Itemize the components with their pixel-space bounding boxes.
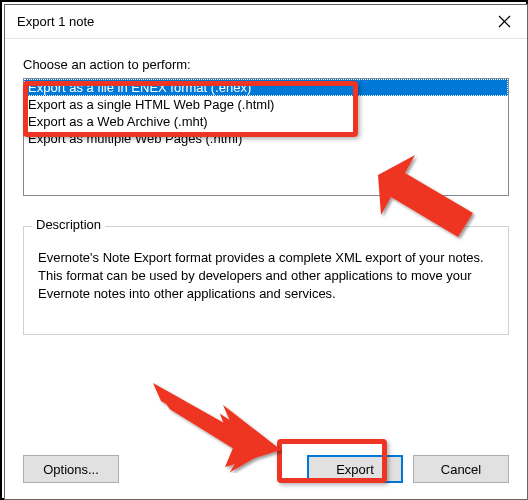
window-title: Export 1 note xyxy=(17,14,94,29)
export-dialog: Export 1 note Choose an action to perfor… xyxy=(4,4,528,500)
options-button[interactable]: Options... xyxy=(23,455,119,483)
action-listbox[interactable]: Export as a file in ENEX format (.enex) … xyxy=(23,78,509,196)
titlebar: Export 1 note xyxy=(5,5,527,39)
list-item[interactable]: Export as multiple Web Pages (.html) xyxy=(24,130,508,147)
cancel-button[interactable]: Cancel xyxy=(413,455,509,483)
description-label: Description xyxy=(32,217,105,232)
export-button[interactable]: Export xyxy=(307,455,403,483)
list-item[interactable]: Export as a single HTML Web Page (.html) xyxy=(24,96,508,113)
button-row: Options... Export Cancel xyxy=(23,455,509,483)
list-item[interactable]: Export as a Web Archive (.mht) xyxy=(24,113,508,130)
list-item[interactable]: Export as a file in ENEX format (.enex) xyxy=(24,79,508,96)
close-button[interactable] xyxy=(481,5,527,39)
action-label: Choose an action to perform: xyxy=(23,57,509,72)
description-text: Evernote's Note Export format provides a… xyxy=(38,249,494,304)
close-icon xyxy=(498,15,511,28)
description-group: Description Evernote's Note Export forma… xyxy=(23,226,509,335)
